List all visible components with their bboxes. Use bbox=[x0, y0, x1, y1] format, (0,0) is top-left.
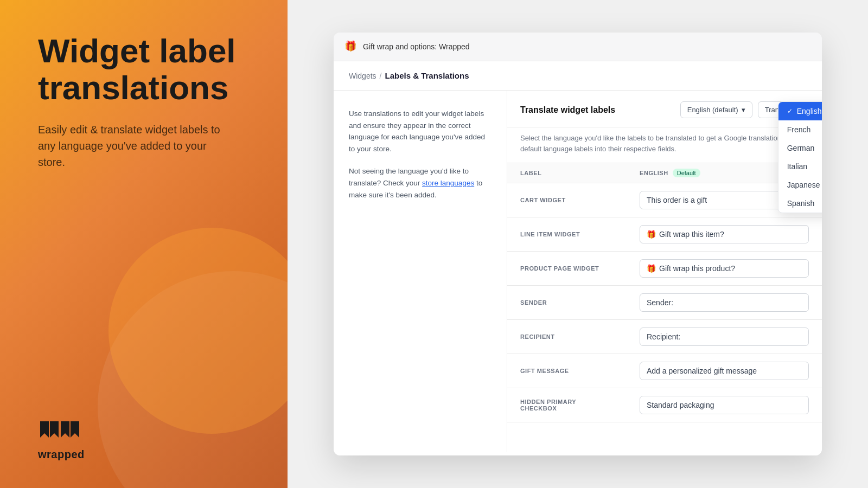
table-header: LABEL ENGLISH Default bbox=[507, 163, 822, 183]
left-panel-content: Widget label translations Easily edit & … bbox=[38, 33, 255, 417]
language-option-german[interactable]: German bbox=[778, 139, 822, 157]
row-label: CART WIDGET bbox=[507, 183, 627, 217]
window-title: Gift wrap and options: Wrapped bbox=[363, 42, 470, 51]
row-label: PRODUCT PAGE WIDGET bbox=[507, 252, 627, 286]
row-label: GIFT MESSAGE bbox=[507, 354, 627, 388]
table-row: CART WIDGET This order is a gift bbox=[507, 183, 822, 217]
row-label: SENDER bbox=[507, 286, 627, 320]
table-row: HIDDEN PRIMARY CHECKBOX Standard packagi… bbox=[507, 388, 822, 422]
hero-title: Widget label translations bbox=[38, 33, 255, 106]
language-selector[interactable]: English (default) ▾ ✓ English (default) bbox=[680, 101, 752, 118]
gift-icon: 🎁 bbox=[647, 264, 656, 273]
row-input-cell: 🎁 Gift wrap this product? bbox=[627, 252, 822, 286]
language-option-label: Spanish bbox=[787, 199, 815, 208]
row-input-cell: Sender: bbox=[627, 286, 822, 320]
table-row: GIFT MESSAGE Add a personalized gift mes… bbox=[507, 354, 822, 388]
labels-table: LABEL ENGLISH Default bbox=[507, 163, 822, 422]
translate-subtitle: Select the language you'd like the label… bbox=[507, 127, 822, 163]
cart-widget-value: This order is a gift bbox=[647, 196, 707, 204]
right-panel: 🎁 Gift wrap and options: Wrapped Widgets… bbox=[288, 0, 868, 488]
window-titlebar: 🎁 Gift wrap and options: Wrapped bbox=[334, 33, 822, 61]
window-content: Widgets / Labels & Translations Use tran… bbox=[334, 61, 822, 455]
description-paragraph-1: Use translations to edit your widget lab… bbox=[349, 108, 492, 155]
product-page-widget-input[interactable]: 🎁 Gift wrap this product? bbox=[640, 259, 809, 278]
language-option-label: German bbox=[787, 144, 815, 152]
row-label: RECIPIENT bbox=[507, 320, 627, 354]
breadcrumb: Widgets / Labels & Translations bbox=[349, 71, 807, 80]
sender-value: Sender: bbox=[647, 298, 673, 307]
breadcrumb-separator: / bbox=[380, 72, 382, 80]
sender-input[interactable]: Sender: bbox=[640, 293, 809, 312]
recipient-value: Recipient: bbox=[647, 332, 680, 341]
row-input-cell: Add a personalized gift message bbox=[627, 354, 822, 388]
wrapped-logo-icon bbox=[38, 417, 81, 444]
language-option-spanish[interactable]: Spanish bbox=[778, 194, 822, 213]
description-panel: Use translations to edit your widget lab… bbox=[334, 91, 507, 452]
table-panel: Translate widget labels English (default… bbox=[507, 91, 822, 452]
breadcrumb-current: Labels & Translations bbox=[385, 71, 469, 80]
main-content: Use translations to edit your widget lab… bbox=[334, 91, 822, 452]
recipient-input[interactable]: Recipient: bbox=[640, 328, 809, 346]
language-option-english[interactable]: ✓ English (default) bbox=[778, 102, 822, 120]
logo-area: wrapped bbox=[38, 417, 255, 461]
app-icon: 🎁 bbox=[344, 40, 358, 53]
logo-text: wrapped bbox=[38, 448, 85, 461]
breadcrumb-bar: Widgets / Labels & Translations bbox=[334, 61, 822, 91]
row-label: LINE ITEM WIDGET bbox=[507, 217, 627, 252]
gift-icon: 🎁 bbox=[647, 230, 656, 239]
language-option-label: English (default) bbox=[797, 107, 822, 115]
gift-message-input[interactable]: Add a personalized gift message bbox=[640, 362, 809, 380]
table-row: SENDER Sender: bbox=[507, 286, 822, 320]
col-header-label: LABEL bbox=[507, 163, 627, 183]
hidden-primary-checkbox-value: Standard packaging bbox=[647, 401, 714, 409]
app-window: 🎁 Gift wrap and options: Wrapped Widgets… bbox=[334, 33, 822, 455]
language-dropdown-button[interactable]: English (default) ▾ bbox=[680, 101, 752, 118]
gift-message-value: Add a personalized gift message bbox=[647, 367, 757, 375]
translate-controls: English (default) ▾ ✓ English (default) bbox=[680, 101, 809, 118]
translate-header: Translate widget labels English (default… bbox=[507, 91, 822, 127]
row-input-cell: Recipient: bbox=[627, 320, 822, 354]
hidden-primary-checkbox-input[interactable]: Standard packaging bbox=[640, 396, 809, 414]
store-languages-link[interactable]: store languages bbox=[422, 179, 474, 187]
product-page-widget-value: Gift wrap this product? bbox=[659, 264, 735, 273]
left-panel: Widget label translations Easily edit & … bbox=[0, 0, 288, 488]
line-item-widget-input[interactable]: 🎁 Gift wrap this item? bbox=[640, 225, 809, 243]
check-icon: ✓ bbox=[787, 107, 793, 115]
language-option-label: French bbox=[787, 125, 811, 134]
line-item-widget-value: Gift wrap this item? bbox=[659, 230, 724, 239]
language-option-italian[interactable]: Italian bbox=[778, 157, 822, 176]
chevron-down-icon: ▾ bbox=[742, 106, 745, 114]
description-paragraph-2: Not seeing the language you'd like to tr… bbox=[349, 165, 492, 201]
row-input-cell: Standard packaging bbox=[627, 388, 822, 422]
table-body: CART WIDGET This order is a gift LINE IT… bbox=[507, 183, 822, 422]
language-option-label: Japanese bbox=[787, 181, 820, 189]
table-row: PRODUCT PAGE WIDGET 🎁 Gift wrap this pro… bbox=[507, 252, 822, 286]
translate-section-title: Translate widget labels bbox=[520, 105, 615, 115]
language-option-label: Italian bbox=[787, 162, 807, 171]
language-dropdown-menu: ✓ English (default) French German bbox=[778, 101, 822, 213]
breadcrumb-parent[interactable]: Widgets bbox=[349, 72, 376, 80]
table-row: LINE ITEM WIDGET 🎁 Gift wrap this item? bbox=[507, 217, 822, 252]
language-option-french[interactable]: French bbox=[778, 120, 822, 139]
dropdown-menu-container: ✓ English (default) French German bbox=[778, 101, 822, 213]
language-option-japanese[interactable]: Japanese bbox=[778, 176, 822, 194]
row-label: HIDDEN PRIMARY CHECKBOX bbox=[507, 388, 627, 422]
hero-subtitle: Easily edit & translate widget labels to… bbox=[38, 121, 233, 170]
table-row: RECIPIENT Recipient: bbox=[507, 320, 822, 354]
row-input-cell: 🎁 Gift wrap this item? bbox=[627, 217, 822, 252]
language-selected-label: English (default) bbox=[687, 106, 738, 114]
default-badge: Default bbox=[673, 169, 700, 177]
